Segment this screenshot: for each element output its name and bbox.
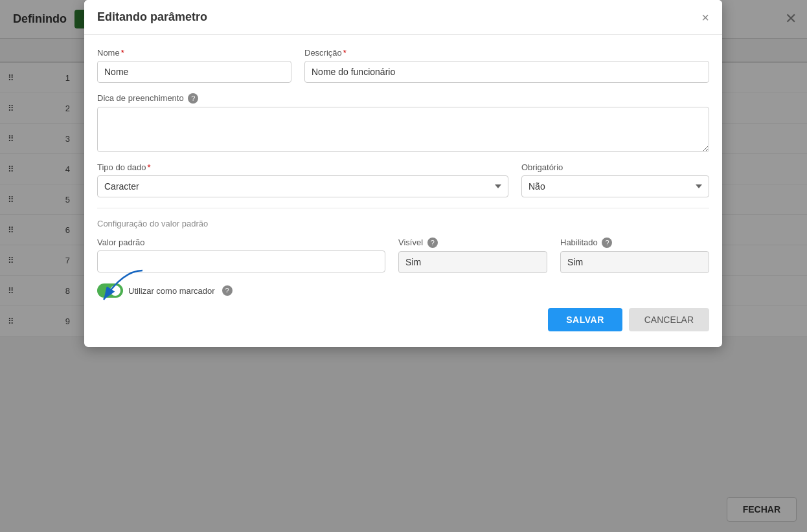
obrigatorio-select[interactable]: Não Sim [521,175,709,197]
form-row-tipo-obrig: Tipo do dado* Caracter Número Data Lista… [97,162,709,197]
valor-padrao-label: Valor padrão [97,238,385,247]
form-group-obrigatorio: Obrigatório Não Sim [521,162,709,197]
nome-input[interactable] [97,61,291,83]
utilizar-toggle[interactable] [97,283,123,298]
valor-padrao-input[interactable] [97,250,385,272]
cancel-button[interactable]: CANCELAR [629,308,709,331]
toggle-row: Utilizar como marcador ? [97,283,709,298]
required-star: * [343,48,347,58]
modal-close-button[interactable]: × [701,11,709,24]
habilitado-value: Sim [560,251,709,273]
descricao-input[interactable] [304,61,709,83]
toggle-slider [97,283,123,298]
toggle-label: Utilizar como marcador [128,286,215,296]
modal-header: Editando parâmetro × [84,0,722,35]
dica-textarea[interactable] [97,107,709,152]
tipo-select[interactable]: Caracter Número Data Lista simples Lista… [97,175,508,197]
form-row-dica: Dica de preenchimento ? [97,93,709,152]
edit-parameter-modal: Editando parâmetro × Nome* Descrição* [84,0,722,347]
nome-label: Nome* [97,48,291,58]
dica-label: Dica de preenchimento ? [97,93,709,104]
form-group-dica: Dica de preenchimento ? [97,93,709,152]
form-group-valor-padrao: Valor padrão [97,238,385,273]
tipo-label: Tipo do dado* [97,162,508,172]
habilitado-help-icon[interactable]: ? [602,238,612,248]
form-group-descricao: Descrição* [304,48,709,83]
visivel-label: Visível ? [398,238,547,248]
descricao-label: Descrição* [304,48,709,58]
toggle-section: Utilizar como marcador ? [97,283,709,298]
form-group-habilitado: Habilitado ? Sim [560,238,709,273]
toggle-help-icon[interactable]: ? [222,285,233,296]
visivel-help-icon[interactable]: ? [427,238,438,248]
modal-title: Editando parâmetro [97,10,207,24]
visivel-value: Sim [398,251,547,273]
obrigatorio-label: Obrigatório [521,162,709,172]
habilitado-label: Habilitado ? [560,238,709,248]
required-star: * [121,48,124,58]
form-group-tipo: Tipo do dado* Caracter Número Data Lista… [97,162,508,197]
form-group-visivel: Visível ? Sim [398,238,547,273]
save-button[interactable]: SALVAR [548,308,622,331]
modal-body: Nome* Descrição* Dica de preenchimento ? [84,35,722,347]
modal-footer: SALVAR CANCELAR [97,308,709,331]
form-row-name-desc: Nome* Descrição* [97,48,709,83]
dica-help-icon[interactable]: ? [188,93,198,104]
required-star: * [147,162,150,172]
form-group-nome: Nome* [97,48,291,83]
config-section-label: Configuração do valor padrão [97,219,709,228]
form-row-valor-visivel: Valor padrão Visível ? Sim Habilitado ? … [97,238,709,273]
section-divider: Configuração do valor padrão [97,208,709,228]
